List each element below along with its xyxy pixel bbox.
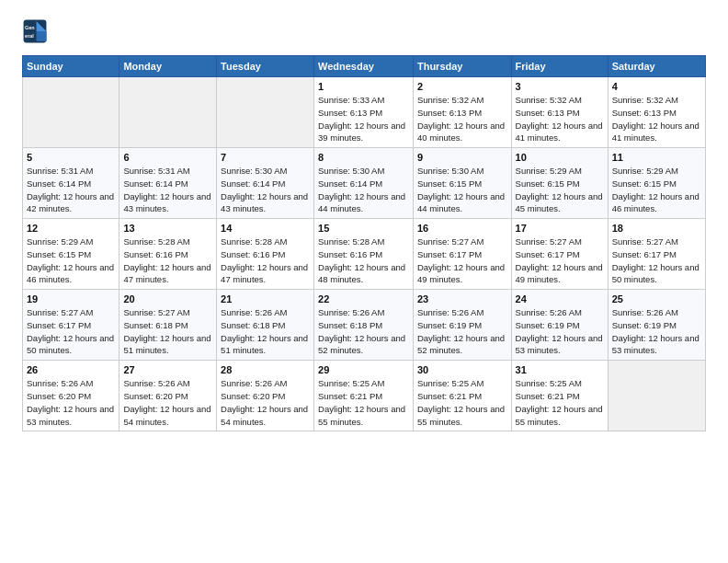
day-number: 31 [516, 364, 604, 375]
day-number: 9 [417, 152, 507, 163]
day-info: Sunrise: 5:29 AM Sunset: 6:15 PM Dayligh… [612, 165, 701, 215]
calendar-cell: 6Sunrise: 5:31 AM Sunset: 6:14 PM Daylig… [119, 148, 217, 219]
calendar-cell: 22Sunrise: 5:26 AM Sunset: 6:18 PM Dayli… [314, 290, 414, 361]
day-number: 20 [123, 293, 212, 304]
svg-text:Gen: Gen [25, 25, 35, 30]
day-info: Sunrise: 5:32 AM Sunset: 6:13 PM Dayligh… [417, 94, 507, 144]
day-number: 8 [318, 152, 409, 163]
calendar-cell [608, 361, 705, 431]
calendar-cell: 16Sunrise: 5:27 AM Sunset: 6:17 PM Dayli… [413, 219, 511, 290]
day-number: 4 [612, 81, 701, 92]
weekday-header-row: SundayMondayTuesdayWednesdayThursdayFrid… [23, 56, 706, 77]
day-info: Sunrise: 5:27 AM Sunset: 6:17 PM Dayligh… [27, 306, 115, 357]
calendar-cell: 18Sunrise: 5:27 AM Sunset: 6:17 PM Dayli… [608, 219, 705, 290]
header: Gen eral [22, 18, 706, 44]
day-number: 12 [27, 223, 115, 234]
day-number: 27 [123, 364, 212, 375]
day-info: Sunrise: 5:30 AM Sunset: 6:15 PM Dayligh… [417, 165, 507, 215]
calendar-cell: 9Sunrise: 5:30 AM Sunset: 6:15 PM Daylig… [413, 148, 511, 219]
calendar-cell: 20Sunrise: 5:27 AM Sunset: 6:18 PM Dayli… [119, 290, 217, 361]
page: Gen eral SundayMondayTuesdayWednesdayThu… [0, 0, 728, 563]
calendar-week-row: 19Sunrise: 5:27 AM Sunset: 6:17 PM Dayli… [23, 290, 706, 361]
calendar-cell: 26Sunrise: 5:26 AM Sunset: 6:20 PM Dayli… [23, 361, 119, 431]
calendar-week-row: 1Sunrise: 5:33 AM Sunset: 6:13 PM Daylig… [23, 77, 706, 148]
calendar-cell: 3Sunrise: 5:32 AM Sunset: 6:13 PM Daylig… [511, 77, 608, 148]
day-number: 11 [612, 152, 701, 163]
day-info: Sunrise: 5:26 AM Sunset: 6:20 PM Dayligh… [27, 377, 115, 428]
calendar-cell: 31Sunrise: 5:25 AM Sunset: 6:21 PM Dayli… [511, 361, 608, 431]
calendar-cell: 10Sunrise: 5:29 AM Sunset: 6:15 PM Dayli… [511, 148, 608, 219]
calendar-cell: 13Sunrise: 5:28 AM Sunset: 6:16 PM Dayli… [119, 219, 217, 290]
calendar-cell: 24Sunrise: 5:26 AM Sunset: 6:19 PM Dayli… [511, 290, 608, 361]
day-number: 17 [516, 223, 604, 234]
day-number: 28 [221, 364, 310, 375]
day-number: 25 [612, 293, 701, 304]
day-info: Sunrise: 5:28 AM Sunset: 6:16 PM Dayligh… [123, 236, 212, 286]
weekday-header-monday: Monday [119, 56, 217, 77]
day-info: Sunrise: 5:27 AM Sunset: 6:17 PM Dayligh… [516, 236, 604, 286]
day-info: Sunrise: 5:33 AM Sunset: 6:13 PM Dayligh… [318, 94, 409, 144]
day-info: Sunrise: 5:26 AM Sunset: 6:19 PM Dayligh… [516, 306, 604, 357]
day-info: Sunrise: 5:27 AM Sunset: 6:17 PM Dayligh… [417, 236, 507, 286]
calendar-cell: 1Sunrise: 5:33 AM Sunset: 6:13 PM Daylig… [314, 77, 414, 148]
day-info: Sunrise: 5:28 AM Sunset: 6:16 PM Dayligh… [318, 236, 409, 286]
calendar-cell: 11Sunrise: 5:29 AM Sunset: 6:15 PM Dayli… [608, 148, 705, 219]
day-info: Sunrise: 5:26 AM Sunset: 6:19 PM Dayligh… [417, 306, 507, 357]
logo-icon: Gen eral [22, 18, 48, 44]
day-number: 1 [318, 81, 409, 92]
calendar-cell [217, 77, 314, 148]
day-info: Sunrise: 5:30 AM Sunset: 6:14 PM Dayligh… [318, 165, 409, 215]
day-info: Sunrise: 5:31 AM Sunset: 6:14 PM Dayligh… [123, 165, 212, 215]
day-info: Sunrise: 5:26 AM Sunset: 6:20 PM Dayligh… [123, 377, 212, 428]
calendar-cell: 2Sunrise: 5:32 AM Sunset: 6:13 PM Daylig… [413, 77, 511, 148]
day-info: Sunrise: 5:32 AM Sunset: 6:13 PM Dayligh… [516, 94, 604, 144]
day-info: Sunrise: 5:26 AM Sunset: 6:18 PM Dayligh… [318, 306, 409, 357]
calendar: SundayMondayTuesdayWednesdayThursdayFrid… [22, 55, 706, 431]
day-info: Sunrise: 5:27 AM Sunset: 6:18 PM Dayligh… [123, 306, 212, 357]
day-number: 13 [123, 223, 212, 234]
calendar-cell: 7Sunrise: 5:30 AM Sunset: 6:14 PM Daylig… [217, 148, 314, 219]
calendar-cell: 29Sunrise: 5:25 AM Sunset: 6:21 PM Dayli… [314, 361, 414, 431]
weekday-header-sunday: Sunday [23, 56, 119, 77]
calendar-cell: 14Sunrise: 5:28 AM Sunset: 6:16 PM Dayli… [217, 219, 314, 290]
calendar-cell: 4Sunrise: 5:32 AM Sunset: 6:13 PM Daylig… [608, 77, 705, 148]
day-number: 19 [27, 293, 115, 304]
calendar-cell: 17Sunrise: 5:27 AM Sunset: 6:17 PM Dayli… [511, 219, 608, 290]
day-info: Sunrise: 5:26 AM Sunset: 6:19 PM Dayligh… [612, 306, 701, 357]
calendar-cell: 30Sunrise: 5:25 AM Sunset: 6:21 PM Dayli… [413, 361, 511, 431]
calendar-cell: 21Sunrise: 5:26 AM Sunset: 6:18 PM Dayli… [217, 290, 314, 361]
day-info: Sunrise: 5:26 AM Sunset: 6:18 PM Dayligh… [221, 306, 310, 357]
day-info: Sunrise: 5:31 AM Sunset: 6:14 PM Dayligh… [27, 165, 115, 215]
day-number: 18 [612, 223, 701, 234]
day-info: Sunrise: 5:25 AM Sunset: 6:21 PM Dayligh… [417, 377, 507, 428]
weekday-header-saturday: Saturday [608, 56, 705, 77]
calendar-week-row: 5Sunrise: 5:31 AM Sunset: 6:14 PM Daylig… [23, 148, 706, 219]
day-number: 16 [417, 223, 507, 234]
weekday-header-tuesday: Tuesday [217, 56, 314, 77]
day-number: 23 [417, 293, 507, 304]
calendar-cell: 27Sunrise: 5:26 AM Sunset: 6:20 PM Dayli… [119, 361, 217, 431]
day-number: 24 [516, 293, 604, 304]
day-info: Sunrise: 5:32 AM Sunset: 6:13 PM Dayligh… [612, 94, 701, 144]
calendar-cell: 8Sunrise: 5:30 AM Sunset: 6:14 PM Daylig… [314, 148, 414, 219]
calendar-cell: 19Sunrise: 5:27 AM Sunset: 6:17 PM Dayli… [23, 290, 119, 361]
day-number: 6 [123, 152, 212, 163]
svg-text:eral: eral [25, 33, 34, 39]
day-number: 5 [27, 152, 115, 163]
weekday-header-friday: Friday [511, 56, 608, 77]
logo: Gen eral [22, 18, 51, 44]
day-info: Sunrise: 5:30 AM Sunset: 6:14 PM Dayligh… [221, 165, 310, 215]
calendar-cell: 5Sunrise: 5:31 AM Sunset: 6:14 PM Daylig… [23, 148, 119, 219]
day-number: 3 [516, 81, 604, 92]
day-number: 14 [221, 223, 310, 234]
day-info: Sunrise: 5:29 AM Sunset: 6:15 PM Dayligh… [516, 165, 604, 215]
day-info: Sunrise: 5:26 AM Sunset: 6:20 PM Dayligh… [221, 377, 310, 428]
day-number: 30 [417, 364, 507, 375]
day-info: Sunrise: 5:28 AM Sunset: 6:16 PM Dayligh… [221, 236, 310, 286]
day-info: Sunrise: 5:27 AM Sunset: 6:17 PM Dayligh… [612, 236, 701, 286]
day-number: 26 [27, 364, 115, 375]
day-number: 7 [221, 152, 310, 163]
calendar-cell: 25Sunrise: 5:26 AM Sunset: 6:19 PM Dayli… [608, 290, 705, 361]
calendar-week-row: 12Sunrise: 5:29 AM Sunset: 6:15 PM Dayli… [23, 219, 706, 290]
calendar-cell [119, 77, 217, 148]
